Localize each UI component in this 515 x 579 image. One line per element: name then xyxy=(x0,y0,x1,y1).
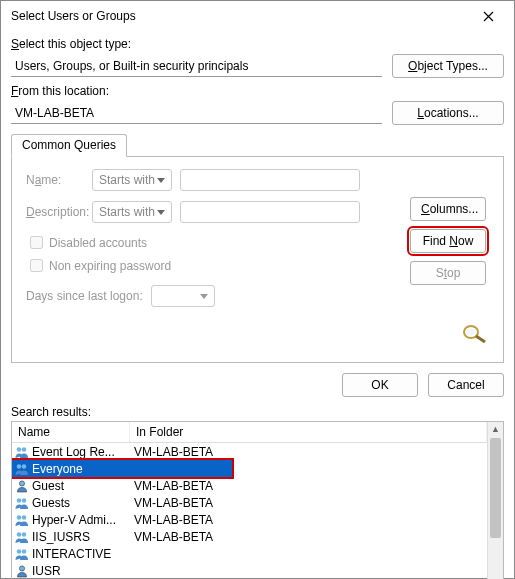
search-results-label: Search results: xyxy=(11,405,504,419)
non-expiring-input[interactable] xyxy=(30,259,43,272)
result-name: IIS_IUSRS xyxy=(32,530,130,544)
svg-point-9 xyxy=(22,498,27,503)
find-now-button[interactable]: Find Now xyxy=(410,229,486,253)
result-folder: VM-LAB-BETA xyxy=(130,496,487,510)
days-logon-label: Days since last logon: xyxy=(26,289,143,303)
location-field[interactable] xyxy=(11,102,382,124)
result-name: Guest xyxy=(32,479,130,493)
result-folder: VM-LAB-BETA xyxy=(130,530,487,544)
magnifier-icon xyxy=(461,323,489,348)
group-icon xyxy=(12,530,32,544)
result-folder: VM-LAB-BETA xyxy=(130,513,487,527)
query-buttons: Columns... Find Now Stop xyxy=(407,197,489,348)
tab-panel: Name: Starts with Description: Starts wi… xyxy=(11,156,504,363)
svg-point-14 xyxy=(17,549,22,554)
svg-point-13 xyxy=(22,532,27,537)
table-row[interactable]: Event Log Re...VM-LAB-BETA xyxy=(12,443,487,460)
description-input[interactable] xyxy=(180,201,360,223)
results-body: Event Log Re...VM-LAB-BETAEveryoneGuestV… xyxy=(12,443,487,579)
svg-point-8 xyxy=(17,498,22,503)
location-label: From this location: xyxy=(11,84,504,98)
result-name: INTERACTIVE xyxy=(32,547,130,561)
group-icon xyxy=(12,547,32,561)
svg-point-5 xyxy=(17,464,22,469)
locations-button[interactable]: Locations... xyxy=(392,101,504,125)
svg-point-12 xyxy=(17,532,22,537)
days-logon-input[interactable] xyxy=(151,285,215,307)
ok-button[interactable]: OK xyxy=(342,373,418,397)
result-name: Hyper-V Admi... xyxy=(32,513,130,527)
user-icon xyxy=(12,564,32,578)
disabled-accounts-label: Disabled accounts xyxy=(49,236,147,250)
non-expiring-checkbox[interactable]: Non expiring password xyxy=(26,256,379,275)
svg-point-3 xyxy=(17,447,22,452)
object-type-field[interactable] xyxy=(11,55,382,77)
table-row[interactable]: GuestsVM-LAB-BETA xyxy=(12,494,487,511)
table-row[interactable]: Hyper-V Admi...VM-LAB-BETA xyxy=(12,511,487,528)
svg-point-11 xyxy=(22,515,27,520)
window-title: Select Users or Groups xyxy=(11,9,466,23)
result-name: Guests xyxy=(32,496,130,510)
table-row[interactable]: IUSR xyxy=(12,562,487,579)
stop-button[interactable]: Stop xyxy=(410,261,486,285)
group-icon xyxy=(12,462,32,476)
svg-point-2 xyxy=(467,328,476,336)
columns-button[interactable]: Columns... xyxy=(410,197,486,221)
ok-cancel-row: OK Cancel xyxy=(11,373,504,397)
dialog-window: Select Users or Groups Select this objec… xyxy=(0,0,515,579)
results-scrollbar[interactable]: ▲ ▼ xyxy=(487,422,503,579)
svg-point-7 xyxy=(19,480,24,485)
table-row[interactable]: IIS_IUSRSVM-LAB-BETA xyxy=(12,528,487,545)
group-icon xyxy=(12,445,32,459)
group-icon xyxy=(12,496,32,510)
svg-point-6 xyxy=(22,464,27,469)
cancel-button[interactable]: Cancel xyxy=(428,373,504,397)
result-name: Everyone xyxy=(32,462,130,476)
non-expiring-label: Non expiring password xyxy=(49,259,171,273)
object-type-label: Select this object type: xyxy=(11,37,504,51)
results-header: Name In Folder xyxy=(12,422,487,443)
table-row[interactable]: INTERACTIVE xyxy=(12,545,487,562)
disabled-accounts-checkbox[interactable]: Disabled accounts xyxy=(26,233,379,252)
description-match-select[interactable]: Starts with xyxy=(92,201,172,223)
scroll-up-icon[interactable]: ▲ xyxy=(488,422,503,436)
close-button[interactable] xyxy=(466,1,510,31)
svg-point-16 xyxy=(19,565,24,570)
query-form: Name: Starts with Description: Starts wi… xyxy=(26,169,379,348)
svg-line-1 xyxy=(476,336,485,342)
selected-row-highlight: Everyone xyxy=(12,460,232,477)
result-folder: VM-LAB-BETA xyxy=(130,479,487,493)
svg-point-10 xyxy=(17,515,22,520)
table-row[interactable]: Everyone xyxy=(12,460,232,477)
svg-point-4 xyxy=(22,447,27,452)
tab-common-queries[interactable]: Common Queries xyxy=(11,134,127,157)
user-icon xyxy=(12,479,32,493)
column-folder[interactable]: In Folder xyxy=(130,422,487,442)
content-area: Select this object type: Object Types...… xyxy=(1,31,514,579)
table-row[interactable]: GuestVM-LAB-BETA xyxy=(12,477,487,494)
titlebar: Select Users or Groups xyxy=(1,1,514,31)
result-name: Event Log Re... xyxy=(32,445,130,459)
object-types-button[interactable]: Object Types... xyxy=(392,54,504,78)
result-folder: VM-LAB-BETA xyxy=(130,445,487,459)
scroll-thumb[interactable] xyxy=(490,438,501,538)
svg-point-15 xyxy=(22,549,27,554)
column-name[interactable]: Name xyxy=(12,422,130,442)
name-label: Name: xyxy=(26,173,92,187)
results-list: Name In Folder Event Log Re...VM-LAB-BET… xyxy=(11,421,504,579)
tab-area: Common Queries Name: Starts with Descrip… xyxy=(11,133,504,363)
name-input[interactable] xyxy=(180,169,360,191)
description-label: Description: xyxy=(26,205,92,219)
name-match-select[interactable]: Starts with xyxy=(92,169,172,191)
group-icon xyxy=(12,513,32,527)
results-scroll: Name In Folder Event Log Re...VM-LAB-BET… xyxy=(12,422,487,579)
close-icon xyxy=(483,11,494,22)
disabled-accounts-input[interactable] xyxy=(30,236,43,249)
result-name: IUSR xyxy=(32,564,130,578)
